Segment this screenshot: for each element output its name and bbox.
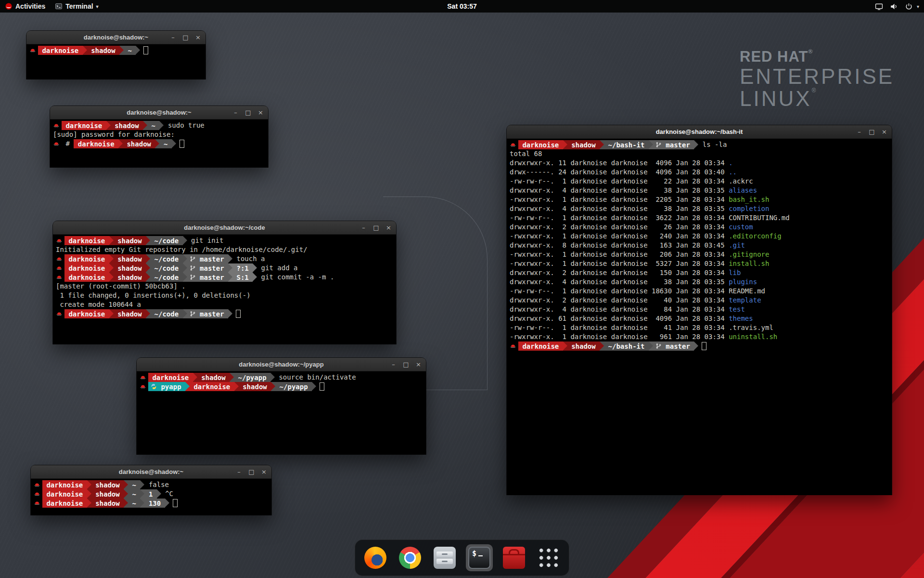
powerline-separator-icon bbox=[312, 382, 316, 391]
prompt-segment-user: darknoise bbox=[64, 236, 109, 245]
terminal-line: darknoise shadow ~/code master touch a bbox=[56, 254, 394, 263]
window-titlebar[interactable]: darknoise@shadow:~–□× bbox=[50, 106, 268, 119]
powerline-separator-icon bbox=[109, 273, 114, 282]
terminal-window-sudo[interactable]: darknoise@shadow:~–□× darknoise shadow ~… bbox=[50, 106, 268, 167]
app-menu-button[interactable]: Terminal ▾ bbox=[50, 0, 103, 13]
terminal-screen[interactable]: darknoise shadow ~ bbox=[26, 44, 205, 79]
close-button[interactable]: × bbox=[385, 224, 392, 231]
minimize-button[interactable]: – bbox=[360, 224, 367, 231]
prompt-segment-branch: master bbox=[187, 263, 228, 273]
terminal-window-exit-codes[interactable]: darknoise@shadow:~–□× darknoise shadow ~… bbox=[31, 465, 271, 515]
terminal-cursor bbox=[143, 46, 148, 54]
terminal-screen[interactable]: darknoise shadow ~ sudo true[sudo] passw… bbox=[50, 119, 268, 168]
maximize-button[interactable]: □ bbox=[373, 224, 379, 231]
powerline-separator-icon bbox=[159, 121, 164, 130]
powerline-separator-icon bbox=[155, 139, 159, 148]
terminal-screen[interactable]: darknoise shadow ~/bash-it master ls -la… bbox=[507, 139, 892, 495]
terminal-line: darknoise shadow ~/bash-it master ls -la bbox=[510, 140, 890, 149]
terminal-line: darknoise shadow ~ false bbox=[34, 480, 270, 489]
dock-item-terminal[interactable]: $ bbox=[466, 544, 493, 571]
terminal-screen[interactable]: darknoise shadow ~/pyapp source bin/acti… bbox=[137, 371, 426, 455]
close-button[interactable]: × bbox=[257, 109, 264, 116]
maximize-button[interactable]: □ bbox=[245, 109, 251, 116]
dock: $ bbox=[355, 539, 569, 576]
terminal-line: -rw-rw-r--. 1 darknoise darknoise 41 Jan… bbox=[510, 323, 890, 332]
window-titlebar[interactable]: darknoise@shadow:~/bash-it–□× bbox=[507, 125, 892, 139]
powerline-separator-icon bbox=[230, 373, 234, 382]
minimize-button[interactable]: – bbox=[236, 468, 242, 475]
terminal-text: 1 file changed, 0 insertions(+), 0 delet… bbox=[56, 291, 251, 300]
redhat-icon bbox=[56, 263, 64, 273]
terminal-window-home[interactable]: darknoise@shadow:~–□× darknoise shadow ~ bbox=[26, 31, 205, 79]
terminal-window-code[interactable]: darknoise@shadow:~/code–□× darknoise sha… bbox=[53, 221, 396, 344]
prompt-segment-path: ~/code bbox=[150, 263, 182, 273]
redhat-icon bbox=[34, 489, 42, 499]
terminal-text: drwxrwxr-x. 11 darknoise darknoise 4096 … bbox=[510, 158, 729, 168]
close-button[interactable]: × bbox=[261, 468, 267, 475]
prompt-segment-user: darknoise bbox=[62, 121, 106, 130]
close-button[interactable]: × bbox=[415, 361, 422, 368]
minimize-button[interactable]: – bbox=[856, 128, 862, 135]
powerline-separator-icon bbox=[109, 263, 114, 273]
terminal-text: template bbox=[729, 296, 761, 305]
minimize-button[interactable]: – bbox=[170, 34, 176, 41]
terminal-line: drwxrwxr-x. 2 darknoise darknoise 40 Jan… bbox=[510, 296, 890, 305]
window-controls: –□× bbox=[170, 31, 201, 44]
clock-button[interactable]: Sat 03:57 bbox=[444, 0, 479, 13]
powerline-separator-icon bbox=[694, 140, 698, 149]
minimize-button[interactable]: – bbox=[390, 361, 397, 368]
dock-item-firefox[interactable] bbox=[362, 544, 389, 571]
terminal-text: drwxrwxr-x. 2 darknoise darknoise 40 Jan… bbox=[510, 296, 729, 305]
dock-item-chrome[interactable] bbox=[397, 544, 424, 571]
maximize-button[interactable]: □ bbox=[869, 128, 875, 135]
powerline-separator-icon bbox=[143, 121, 147, 130]
window-titlebar[interactable]: darknoise@shadow:~/pyapp–□× bbox=[137, 358, 426, 371]
prompt-segment-path: ~/code bbox=[150, 273, 182, 282]
prompt-segment-path: ~/pyapp bbox=[275, 382, 312, 391]
redhat-logo-icon bbox=[5, 2, 13, 10]
terminal-cursor bbox=[702, 342, 706, 350]
dock-item-files[interactable] bbox=[431, 544, 458, 571]
prompt-segment-path: ~ bbox=[128, 480, 140, 489]
terminal-line: drwxrwxr-x. 8 darknoise darknoise 163 Ja… bbox=[510, 241, 890, 250]
terminal-window-bash-it[interactable]: darknoise@shadow:~/bash-it–□× darknoise … bbox=[507, 125, 892, 495]
volume-status-icon[interactable] bbox=[887, 2, 901, 11]
powerline-separator-icon bbox=[228, 273, 232, 282]
branding-red-hat: RED HAT® bbox=[740, 48, 894, 66]
powerline-separator-icon bbox=[193, 373, 197, 382]
terminal-text: bash_it.sh bbox=[729, 195, 769, 204]
close-button[interactable]: × bbox=[881, 128, 887, 135]
powerline-separator-icon bbox=[140, 499, 144, 508]
terminal-text: git commit -a -m . bbox=[257, 273, 334, 282]
prompt-segment-user: darknoise bbox=[74, 139, 118, 148]
power-status-icon[interactable] bbox=[902, 2, 916, 11]
maximize-button[interactable]: □ bbox=[182, 34, 189, 41]
prompt-segment-path: ~/bash-it bbox=[604, 342, 649, 351]
terminal-text: themes bbox=[729, 314, 753, 323]
prompt-segment-branch: master bbox=[653, 140, 694, 149]
terminal-text: create mode 100644 a bbox=[56, 300, 141, 309]
prompt-segment-user: darknoise bbox=[38, 46, 83, 55]
terminal-text: git init bbox=[187, 236, 224, 245]
terminal-window-pyapp[interactable]: darknoise@shadow:~/pyapp–□× darknoise sh… bbox=[137, 358, 426, 454]
terminal-screen[interactable]: darknoise shadow ~ false darknoise shado… bbox=[31, 479, 271, 515]
close-button[interactable]: × bbox=[195, 34, 201, 41]
terminal-screen[interactable]: darknoise shadow ~/code git initInitiali… bbox=[53, 235, 396, 344]
terminal-line: 1 file changed, 0 insertions(+), 0 delet… bbox=[56, 291, 394, 300]
dock-item-toolbox[interactable] bbox=[500, 544, 527, 571]
display-status-icon[interactable] bbox=[872, 2, 886, 11]
terminal-line: darknoise shadow ~ 130 bbox=[34, 499, 270, 508]
dock-item-app-grid[interactable] bbox=[535, 544, 562, 571]
maximize-button[interactable]: □ bbox=[248, 468, 255, 475]
activities-button[interactable]: Activities bbox=[0, 0, 50, 13]
branch-icon bbox=[190, 274, 196, 280]
window-titlebar[interactable]: darknoise@shadow:~–□× bbox=[31, 465, 271, 479]
maximize-button[interactable]: □ bbox=[403, 361, 409, 368]
window-titlebar[interactable]: darknoise@shadow:~–□× bbox=[26, 31, 205, 44]
minimize-button[interactable]: – bbox=[232, 109, 239, 116]
powerline-separator-icon bbox=[87, 480, 91, 489]
window-titlebar[interactable]: darknoise@shadow:~/code–□× bbox=[53, 221, 396, 235]
prompt-segment-host: shadow bbox=[114, 263, 146, 273]
terminal-line: darknoise shadow ~/code master bbox=[56, 309, 394, 318]
desktop: Activities Terminal ▾ Sat 03:57 ▾ RED HA… bbox=[0, 0, 924, 578]
